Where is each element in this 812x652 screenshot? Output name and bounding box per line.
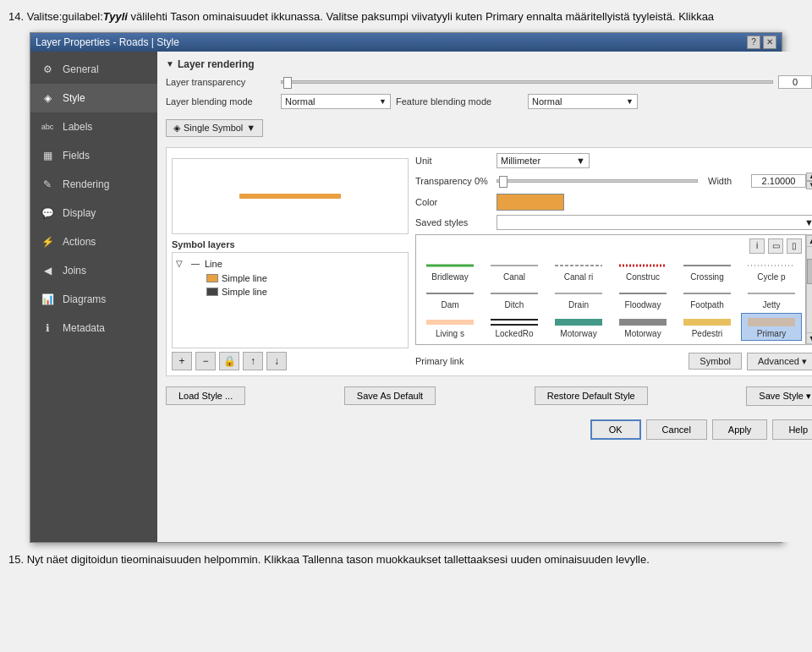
- color-row: Color: [415, 194, 812, 211]
- tree-simple-line-2-label: Simple line: [222, 287, 267, 297]
- saved-styles-arrow: ▼: [804, 217, 812, 227]
- style-drain[interactable]: Drain: [548, 285, 609, 311]
- sidebar-item-diagrams[interactable]: 📊 Diagrams: [30, 285, 157, 314]
- metadata-icon: ℹ: [39, 320, 56, 337]
- scroll-up-btn[interactable]: ▲: [806, 235, 812, 247]
- styles-row-3: Living s: [420, 313, 802, 341]
- dialog-help-btn[interactable]: ?: [747, 36, 760, 49]
- style-drain-preview: [553, 287, 604, 300]
- transparency-pct-slider[interactable]: [497, 179, 698, 183]
- sidebar-item-display[interactable]: 💬 Display: [30, 199, 157, 227]
- dialog-close-btn[interactable]: ✕: [763, 36, 776, 49]
- sidebar-item-label: Metadata: [63, 322, 105, 334]
- transparency-slider[interactable]: [281, 80, 773, 84]
- style-cycle-p[interactable]: Cycle p: [741, 257, 802, 283]
- styles-scrollbar[interactable]: ▲ ▼: [806, 234, 812, 345]
- help-btn[interactable]: Help: [772, 419, 812, 440]
- transparency-pct-label: Transparency 0%: [415, 176, 491, 186]
- width-up[interactable]: ▲: [806, 173, 812, 181]
- width-value[interactable]: 2.10000: [751, 174, 806, 188]
- style-locked-ro[interactable]: LockedRo: [484, 314, 545, 340]
- transparency-value[interactable]: 0: [778, 75, 812, 89]
- style-motorway-2[interactable]: Motorway: [612, 314, 673, 340]
- saved-styles-select[interactable]: ▼: [497, 215, 812, 230]
- advanced-btn[interactable]: Advanced ▾: [747, 353, 812, 370]
- symbol-toolbar: + − 🔒 ↑ ↓: [172, 352, 409, 370]
- restore-default-btn[interactable]: Restore Default Style: [535, 386, 648, 405]
- style-jetty[interactable]: Jetty: [741, 285, 802, 311]
- apply-btn[interactable]: Apply: [712, 419, 768, 440]
- sym-remove-btn[interactable]: −: [195, 352, 216, 370]
- saved-styles-row: Saved styles ▼: [415, 215, 812, 230]
- tree-item-simple-line-1[interactable]: Simple line: [193, 271, 404, 285]
- ok-btn[interactable]: OK: [590, 419, 641, 440]
- unit-select[interactable]: Millimeter ▼: [497, 153, 590, 168]
- style-canal[interactable]: Canal: [484, 257, 545, 283]
- styles-icon-rect[interactable]: ▭: [768, 238, 783, 254]
- style-ditch-preview: [489, 287, 540, 300]
- style-motorway-1[interactable]: Motorway: [548, 314, 609, 340]
- tree-item-line[interactable]: ▽ — Line: [176, 256, 404, 271]
- sidebar-item-label: Fields: [63, 150, 90, 162]
- style-construc-name: Construc: [614, 272, 672, 282]
- sidebar-item-label: Joins: [63, 265, 86, 277]
- color-swatch[interactable]: [497, 194, 564, 211]
- style-primary[interactable]: Primary: [741, 313, 802, 341]
- color-label: Color: [415, 197, 491, 207]
- simple-line-2-color: [206, 288, 218, 296]
- rendering-icon: ✎: [39, 176, 56, 193]
- symbol-btn[interactable]: Symbol: [689, 353, 742, 370]
- style-dam[interactable]: Dam: [420, 285, 480, 311]
- actions-icon: ⚡: [39, 233, 56, 250]
- scroll-down-btn[interactable]: ▼: [806, 332, 812, 344]
- symbol-layers-label: Symbol layers: [172, 239, 409, 249]
- styles-icon-tall-rect[interactable]: ▯: [787, 238, 802, 254]
- general-icon: ⚙: [39, 61, 56, 78]
- sidebar-item-general[interactable]: ⚙ General: [30, 55, 157, 84]
- styles-row-2: Dam Ditch: [420, 285, 802, 311]
- single-symbol-icon: ◈: [173, 123, 180, 134]
- sym-lock-btn[interactable]: 🔒: [219, 352, 239, 370]
- tree-item-simple-line-2[interactable]: Simple line: [193, 285, 404, 299]
- fields-icon: ▦: [39, 147, 56, 164]
- styles-icon-i[interactable]: i: [749, 238, 765, 254]
- cancel-btn[interactable]: Cancel: [646, 419, 707, 440]
- style-cycle-p-preview: [746, 259, 797, 272]
- width-down[interactable]: ▼: [806, 181, 812, 189]
- style-floodway[interactable]: Floodway: [612, 285, 673, 311]
- style-bridleway[interactable]: Bridleway: [420, 257, 480, 283]
- width-label: Width: [708, 176, 746, 186]
- sidebar-item-label: Labels: [63, 121, 92, 133]
- save-style-btn[interactable]: Save Style ▾: [746, 386, 812, 406]
- style-ditch[interactable]: Ditch: [484, 285, 545, 311]
- style-footpath[interactable]: Footpath: [677, 285, 738, 311]
- styles-grid-spacer: [420, 238, 746, 254]
- scroll-thumb[interactable]: [807, 259, 812, 284]
- sym-down-btn[interactable]: ↓: [266, 352, 287, 370]
- save-as-default-btn[interactable]: Save As Default: [344, 386, 436, 405]
- sidebar-item-joins[interactable]: ◀ Joins: [30, 256, 157, 285]
- feature-blending-select[interactable]: Normal ▼: [528, 94, 638, 109]
- style-living-s[interactable]: Living s: [420, 314, 480, 340]
- blending-mode-select[interactable]: Normal ▼: [281, 94, 391, 109]
- style-motorway-2-name: Motorway: [614, 329, 672, 338]
- style-canal-ri-name: Canal ri: [550, 272, 607, 282]
- sidebar-item-actions[interactable]: ⚡ Actions: [30, 227, 157, 256]
- style-construc[interactable]: Construc: [612, 257, 673, 283]
- style-bridleway-name: Bridleway: [421, 272, 479, 282]
- load-style-btn[interactable]: Load Style ...: [166, 386, 245, 405]
- single-symbol-btn[interactable]: ◈ Single Symbol ▼: [166, 119, 263, 137]
- transparency-spinbox: 0 ▲ ▼: [778, 74, 812, 90]
- style-crossing[interactable]: Crossing: [677, 257, 738, 283]
- style-pedestri[interactable]: Pedestri: [677, 314, 738, 340]
- sym-add-btn[interactable]: +: [172, 352, 192, 370]
- sym-up-btn[interactable]: ↑: [243, 352, 263, 370]
- sidebar: ⚙ General ◈ Style abc Labels ▦ Fields ✎ …: [30, 52, 157, 542]
- sidebar-item-fields[interactable]: ▦ Fields: [30, 141, 157, 170]
- style-canal-ri[interactable]: Canal ri: [548, 257, 609, 283]
- sidebar-item-labels[interactable]: abc Labels: [30, 112, 157, 141]
- sidebar-item-style[interactable]: ◈ Style: [30, 84, 157, 112]
- sidebar-item-metadata[interactable]: ℹ Metadata: [30, 314, 157, 342]
- sidebar-item-label: Diagrams: [63, 293, 106, 305]
- sidebar-item-rendering[interactable]: ✎ Rendering: [30, 170, 157, 199]
